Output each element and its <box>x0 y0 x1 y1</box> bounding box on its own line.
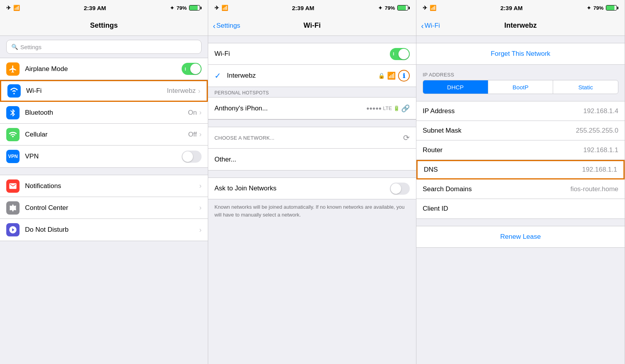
wifi-nav-bar: ‹ Settings Wi-Fi <box>208 16 416 36</box>
vpn-label: VPN <box>25 153 182 160</box>
personal-hotspots-header: PERSONAL HOTSPOTS <box>208 87 416 97</box>
bluetooth-status-icon: ✦ <box>170 5 174 11</box>
wifi-panel: ✈ 📶 2:39 AM ✦ 79% ‹ Settings Wi-Fi Wi-Fi… <box>208 0 416 364</box>
forget-network-label: Forget This Network <box>491 50 550 58</box>
choose-network-section: CHOOSE A NETWORK... ⟳ Other... <box>208 127 416 170</box>
subnet-mask-key: Subnet Mask <box>423 127 576 135</box>
wifi-toggle-label: Wi-Fi <box>214 50 390 58</box>
wifi-top-spacer <box>208 36 416 43</box>
row-cellular[interactable]: Cellular Off › <box>0 124 208 146</box>
dns-key: DNS <box>424 166 582 174</box>
dns-row[interactable]: DNS 192.168.1.1 <box>416 160 625 179</box>
segment-dhcp[interactable]: DHCP <box>423 80 488 94</box>
wifi-icon <box>7 84 21 98</box>
detail-back-label: Wi-Fi <box>425 22 440 30</box>
status-right-wifi: ✦ 79% <box>378 5 410 11</box>
search-domains-value: fios-router.home <box>570 185 618 193</box>
airplane-mode-label: Airplane Mode <box>25 65 182 73</box>
info-icon: ℹ <box>403 72 405 80</box>
detail-back-button[interactable]: ‹ Wi-Fi <box>421 22 440 30</box>
wifi-title: Wi-Fi <box>304 21 321 30</box>
row-control-center[interactable]: Control Center › <box>0 197 208 219</box>
subnet-mask-row: Subnet Mask 255.255.255.0 <box>416 121 625 140</box>
hotspots-section: Anthony's iPhon... ●●●●● LTE 🔋 🔗 <box>208 97 416 120</box>
bluetooth-value: On <box>188 109 197 117</box>
search-placeholder: Settings <box>20 44 41 50</box>
vpn-icon: VPN <box>6 150 20 163</box>
bluetooth-icon <box>6 106 20 119</box>
hotspot-link-icon: 🔗 <box>401 104 410 113</box>
notifications-label: Notifications <box>25 182 199 190</box>
do-not-disturb-icon <box>6 223 20 236</box>
status-right: ✦ 79% <box>170 5 202 11</box>
ask-join-row[interactable]: Ask to Join Networks <box>208 178 416 199</box>
wifi-icon-detail: 📶 <box>430 5 436 11</box>
wifi-back-label: Settings <box>216 22 240 30</box>
connected-network-row[interactable]: ✓ Interwebz 🔒 📶 ℹ <box>208 65 416 87</box>
forget-network-row[interactable]: Forget This Network <box>416 43 625 65</box>
connected-network-name: Interwebz <box>227 72 378 80</box>
status-left: ✈ 📶 <box>6 5 20 11</box>
client-id-key: Client ID <box>423 205 618 213</box>
spacer1 <box>0 168 208 175</box>
ip-detail-section: IP Address 192.168.1.4 Subnet Mask 255.2… <box>416 101 625 219</box>
wifi-back-button[interactable]: ‹ Settings <box>213 22 240 30</box>
segment-bootp[interactable]: BootP <box>488 80 554 94</box>
cellular-icon <box>6 128 20 141</box>
cellular-label: Cellular <box>25 131 188 138</box>
wifi-icon-wifi: 📶 <box>221 5 228 11</box>
notifications-icon <box>6 179 20 193</box>
ip-address-key: IP Address <box>423 107 583 115</box>
segment-bootp-label: BootP <box>512 84 529 91</box>
row-airplane-mode[interactable]: Airplane Mode I <box>0 58 208 80</box>
ip-address-header: IP ADDRESS <box>416 65 625 80</box>
hotspot-signal: ●●●●● LTE 🔋 <box>366 105 400 111</box>
settings-group1: Airplane Mode I Wi-Fi Interwebz › Blueto… <box>0 58 208 168</box>
ask-join-toggle[interactable] <box>390 183 410 195</box>
wifi-toggle[interactable]: I <box>390 48 410 60</box>
bluetooth-chevron: › <box>199 108 202 117</box>
detail-fill: Renew Lease <box>416 219 625 364</box>
renew-lease-row[interactable]: Renew Lease <box>416 226 625 248</box>
wifi-label: Wi-Fi <box>26 87 167 95</box>
detail-panel: ✈ 📶 2:39 AM ✦ 79% ‹ Wi-Fi Interwebz Forg… <box>416 0 625 364</box>
segment-static[interactable]: Static <box>553 80 618 94</box>
checkmark-icon: ✓ <box>214 71 222 80</box>
ip-segmented-control: DHCP BootP Static <box>423 80 618 94</box>
cellular-value: Off <box>188 131 197 138</box>
status-time-wifi: 2:39 AM <box>292 5 314 11</box>
detail-back-chevron: ‹ <box>421 22 424 30</box>
wifi-toggle-row: Wi-Fi I <box>208 43 416 65</box>
row-do-not-disturb[interactable]: Do Not Disturb › <box>0 219 208 241</box>
dns-value: 192.168.1.1 <box>582 166 617 174</box>
battery-icon-settings <box>189 5 202 11</box>
row-notifications[interactable]: Notifications › <box>0 175 208 197</box>
row-vpn[interactable]: VPN VPN <box>0 146 208 167</box>
search-bar-container: 🔍 Settings <box>0 36 208 58</box>
airplane-mode-icon <box>6 62 20 76</box>
row-bluetooth[interactable]: Bluetooth On › <box>0 102 208 124</box>
router-key: Router <box>423 146 583 154</box>
connected-network-section: ✓ Interwebz 🔒 📶 ℹ <box>208 65 416 87</box>
do-not-disturb-chevron: › <box>199 226 202 234</box>
spinner-icon: ⟳ <box>403 133 410 142</box>
info-button[interactable]: ℹ <box>398 70 410 82</box>
wifi-signal-icon: 📶 <box>387 71 396 80</box>
settings-panel: ✈ 📶 2:39 AM ✦ 79% Settings 🔍 Settings <box>0 0 208 364</box>
control-center-label: Control Center <box>25 204 199 212</box>
hotspot-name: Anthony's iPhon... <box>214 105 366 112</box>
settings-title: Settings <box>90 21 118 30</box>
ip-address-row: IP Address 192.168.1.4 <box>416 101 625 121</box>
hotspot-row[interactable]: Anthony's iPhon... ●●●●● LTE 🔋 🔗 <box>208 98 416 119</box>
vpn-toggle[interactable] <box>182 151 202 163</box>
router-row: Router 192.168.1.1 <box>416 140 625 160</box>
notifications-chevron: › <box>199 182 202 190</box>
other-row[interactable]: Other... <box>208 149 416 170</box>
airplane-mode-toggle[interactable]: I <box>182 63 202 75</box>
settings-search-bar[interactable]: 🔍 Settings <box>6 40 202 54</box>
segment-static-label: Static <box>578 84 593 91</box>
battery-pct-detail: 79% <box>593 5 604 11</box>
wifi-fill <box>208 222 416 364</box>
row-wifi[interactable]: Wi-Fi Interwebz › <box>0 80 208 102</box>
choose-network-row: CHOOSE A NETWORK... ⟳ <box>208 127 416 149</box>
